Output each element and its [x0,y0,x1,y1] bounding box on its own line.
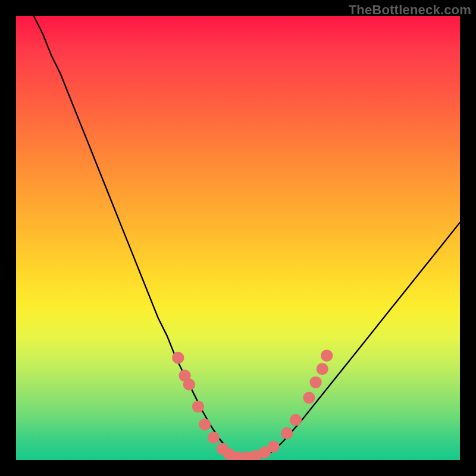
sample-point [310,376,322,388]
sample-point [281,427,293,439]
sample-point [303,392,315,404]
sample-point [317,363,328,375]
sample-point [172,352,184,364]
chart-overlay [16,16,460,460]
watermark-text: TheBottleneck.com [349,2,471,18]
bottleneck-curve [34,16,460,458]
chart-frame [16,16,460,460]
sample-point [268,441,280,453]
sample-point [192,400,204,412]
sample-point [290,414,302,426]
sample-point-group [172,350,333,460]
sample-point [183,378,195,390]
sample-point [199,418,211,430]
sample-point [321,350,333,362]
sample-point [208,432,220,444]
